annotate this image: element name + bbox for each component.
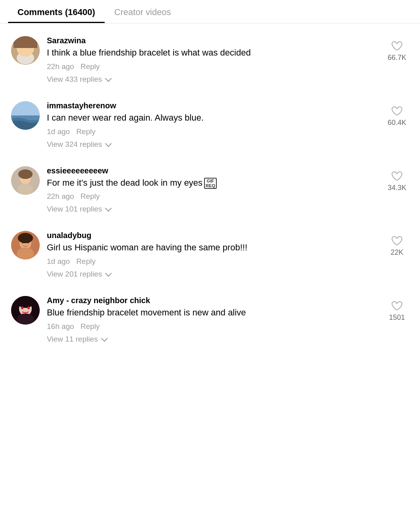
comment-username: unaladybug xyxy=(47,231,378,240)
comment-text: Blue friendship bracelet movement is new… xyxy=(47,307,378,319)
reply-button[interactable]: Reply xyxy=(81,62,100,71)
reply-button[interactable]: Reply xyxy=(76,257,96,266)
avatar xyxy=(11,36,40,65)
comment-meta: 22h ago Reply xyxy=(47,62,378,71)
comment-meta: 16h ago Reply xyxy=(47,322,378,331)
view-replies-button[interactable]: View 101 replies xyxy=(47,205,111,213)
heart-icon[interactable] xyxy=(391,299,403,312)
tab-creator-videos[interactable]: Creator videos xyxy=(105,0,181,23)
avatar xyxy=(11,166,40,195)
comment-text: For me it’s just the dead look in my eye… xyxy=(47,177,378,189)
comment-username: Amy - crazy neighbor chick xyxy=(47,296,378,305)
comment-time: 1d ago xyxy=(47,257,70,266)
heart-icon[interactable] xyxy=(391,104,403,117)
comment-body: immastayherenow I can never wear red aga… xyxy=(47,101,378,154)
svg-point-23 xyxy=(21,307,23,309)
view-replies-button[interactable]: View 11 replies xyxy=(47,335,107,344)
comment-username: essieeeeeeeeew xyxy=(47,166,378,175)
comment-time: 22h ago xyxy=(47,62,74,71)
tabs-bar: Comments (16400) Creator videos xyxy=(0,0,420,23)
reply-button[interactable]: Reply xyxy=(81,322,100,331)
like-section: 34.3K xyxy=(385,166,409,219)
svg-point-24 xyxy=(27,307,30,309)
chevron-down-icon xyxy=(105,205,112,212)
view-replies-button[interactable]: View 324 replies xyxy=(47,140,111,149)
svg-point-2 xyxy=(17,38,33,50)
comment-meta: 22h ago Reply xyxy=(47,192,378,201)
chevron-down-icon xyxy=(105,140,112,147)
comment-body: Amy - crazy neighbor chick Blue friendsh… xyxy=(47,296,378,349)
reply-button[interactable]: Reply xyxy=(81,192,100,201)
like-section: 66.7K xyxy=(385,36,409,89)
comment-item: essieeeeeeeeew For me it’s just the dead… xyxy=(0,158,420,223)
like-count: 60.4K xyxy=(387,119,406,127)
reply-button[interactable]: Reply xyxy=(76,127,96,136)
svg-point-18 xyxy=(27,242,29,244)
comment-item: immastayherenow I can never wear red aga… xyxy=(0,92,420,158)
chevron-down-icon xyxy=(105,270,112,277)
comment-item: Sarazwina I think a blue friendship brac… xyxy=(0,27,420,92)
like-section: 1501 xyxy=(385,296,409,349)
like-section: 60.4K xyxy=(385,101,409,154)
chevron-down-icon xyxy=(105,75,112,82)
like-count: 22K xyxy=(391,248,403,257)
like-count: 34.3K xyxy=(387,184,406,192)
comment-item: Amy - crazy neighbor chick Blue friendsh… xyxy=(0,287,420,352)
comments-list: Sarazwina I think a blue friendship brac… xyxy=(0,23,420,356)
svg-point-4 xyxy=(22,47,24,49)
tab-comments[interactable]: Comments (16400) xyxy=(8,0,105,23)
comment-time: 16h ago xyxy=(47,322,74,331)
view-replies-button[interactable]: View 201 replies xyxy=(47,270,111,279)
chevron-down-icon xyxy=(101,335,108,342)
svg-point-3 xyxy=(17,52,34,64)
comment-time: 1d ago xyxy=(47,127,70,136)
comment-username: Sarazwina xyxy=(47,36,378,45)
comment-text: I can never wear red again. Always blue. xyxy=(47,112,378,124)
avatar xyxy=(11,231,40,259)
gif-badge: GIFREQ xyxy=(204,178,217,189)
svg-point-17 xyxy=(22,242,23,244)
comment-body: unaladybug Girl us Hispanic woman are ha… xyxy=(47,231,378,284)
avatar xyxy=(11,101,40,130)
heart-icon[interactable] xyxy=(391,234,403,247)
svg-point-15 xyxy=(18,233,33,243)
svg-point-1 xyxy=(19,41,32,55)
comment-body: essieeeeeeeeew For me it’s just the dead… xyxy=(47,166,378,219)
comment-item: unaladybug Girl us Hispanic woman are ha… xyxy=(0,222,420,287)
like-section: 22K xyxy=(385,231,409,284)
comment-username: immastayherenow xyxy=(47,101,378,110)
svg-point-5 xyxy=(27,47,29,49)
comment-text: I think a blue friendship bracelet is wh… xyxy=(47,47,378,59)
comment-body: Sarazwina I think a blue friendship brac… xyxy=(47,36,378,89)
heart-icon[interactable] xyxy=(391,169,403,182)
like-count: 66.7K xyxy=(387,54,406,62)
view-replies-button[interactable]: View 433 replies xyxy=(47,75,111,84)
heart-icon[interactable] xyxy=(391,39,403,52)
comment-meta: 1d ago Reply xyxy=(47,127,378,136)
svg-point-12 xyxy=(17,184,33,195)
avatar xyxy=(11,296,40,325)
svg-point-11 xyxy=(18,169,33,179)
comment-time: 22h ago xyxy=(47,192,74,201)
comment-text: Girl us Hispanic woman are having the sa… xyxy=(47,242,378,254)
comment-meta: 1d ago Reply xyxy=(47,257,378,266)
like-count: 1501 xyxy=(389,313,405,322)
